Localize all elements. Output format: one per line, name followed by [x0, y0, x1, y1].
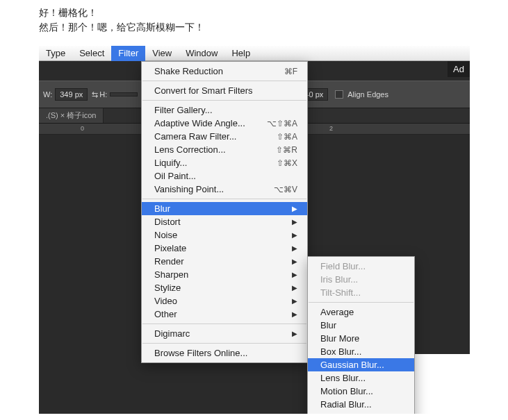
menu-help[interactable]: Help	[224, 46, 257, 61]
menu-item-adaptive-wide-angle[interactable]: Adaptive Wide Angle... ⌥⇧⌘A	[142, 117, 307, 130]
menu-filter[interactable]: Filter	[111, 46, 145, 61]
submenu-arrow-icon: ▶	[292, 310, 297, 318]
caption-line-1: 好！栅格化！	[39, 6, 500, 20]
menu-item-camera-raw[interactable]: Camera Raw Filter... ⇧⌘A	[142, 130, 307, 143]
menu-separator	[142, 199, 306, 199]
photoshop-window: Ad W: 349 px ⇆ H: adius: 40 px Align Edg…	[39, 46, 470, 414]
menu-item-gaussian-blur[interactable]: Gaussian Blur...	[308, 358, 414, 371]
menu-separator	[142, 81, 306, 81]
menu-item-shape-blur[interactable]: Shape Blur...	[308, 411, 414, 414]
menu-view[interactable]: View	[145, 46, 179, 61]
menu-item-oil-paint[interactable]: Oil Paint...	[142, 169, 307, 183]
blur-submenu: Field Blur... Iris Blur... Tilt-Shift...…	[307, 256, 415, 414]
menu-item-digimarc[interactable]: Digimarc ▶	[142, 327, 307, 340]
menu-item-box-blur[interactable]: Box Blur...	[308, 345, 414, 358]
submenu-arrow-icon: ▶	[292, 205, 297, 212]
menu-select[interactable]: Select	[72, 46, 111, 61]
menu-item-render[interactable]: Render ▶	[142, 255, 307, 268]
menu-window[interactable]: Window	[179, 46, 224, 61]
swap-icon[interactable]: ⇆	[92, 90, 98, 99]
document-tab[interactable]: .(S) × 椅子icon	[39, 108, 104, 123]
menu-item-other[interactable]: Other ▶	[142, 308, 307, 321]
caption-line-2: 然后！那个！嗯，给它高斯模糊一下！	[39, 20, 500, 35]
menu-item-motion-blur[interactable]: Motion Blur...	[308, 385, 414, 398]
menu-item-sharpen[interactable]: Sharpen ▶	[142, 268, 307, 281]
menu-item-video[interactable]: Video ▶	[142, 294, 307, 308]
menu-item-browse-filters[interactable]: Browse Filters Online...	[142, 346, 307, 360]
instruction-caption: 好！栅格化！ 然后！那个！嗯，给它高斯模糊一下！	[0, 0, 508, 36]
menu-separator	[142, 100, 306, 101]
menu-separator	[142, 324, 306, 324]
height-label: H:	[99, 90, 107, 99]
submenu-arrow-icon: ▶	[292, 297, 297, 305]
menu-item-lens-blur[interactable]: Lens Blur...	[308, 371, 414, 385]
menu-item-blur[interactable]: Blur ▶	[142, 202, 307, 215]
menu-bar: Type Select Filter View Window Help	[39, 46, 470, 61]
align-edges-checkbox[interactable]	[335, 90, 343, 99]
submenu-arrow-icon: ▶	[292, 271, 297, 278]
menu-item-liquify[interactable]: Liquify... ⇧⌘X	[142, 156, 307, 169]
submenu-arrow-icon: ▶	[292, 258, 297, 265]
top-right-label: Ad	[448, 61, 470, 77]
menu-item-convert-smart[interactable]: Convert for Smart Filters	[142, 84, 307, 97]
menu-item-vanishing-point[interactable]: Vanishing Point... ⌥⌘V	[142, 183, 307, 196]
submenu-arrow-icon: ▶	[292, 244, 297, 252]
menu-item-average[interactable]: Average	[308, 305, 414, 319]
submenu-arrow-icon: ▶	[292, 330, 297, 337]
menu-item-shake-reduction[interactable]: Shake Reduction ⌘F	[142, 65, 307, 78]
ruler-mark-2: 2	[329, 125, 333, 132]
width-field[interactable]: 349 px	[55, 88, 88, 101]
menu-item-radial-blur[interactable]: Radial Blur...	[308, 398, 414, 411]
menu-item-lens-correction[interactable]: Lens Correction... ⇧⌘R	[142, 143, 307, 156]
ruler-mark-0: 0	[81, 125, 84, 132]
submenu-arrow-icon: ▶	[292, 284, 297, 292]
menu-item-blur[interactable]: Blur	[308, 319, 414, 332]
menu-type[interactable]: Type	[39, 46, 72, 61]
width-label: W:	[43, 90, 52, 99]
menu-item-field-blur[interactable]: Field Blur...	[308, 260, 414, 273]
menu-item-filter-gallery[interactable]: Filter Gallery...	[142, 103, 307, 117]
align-edges-label: Align Edges	[347, 90, 388, 99]
menu-separator	[142, 343, 306, 344]
filter-menu-dropdown: Shake Reduction ⌘F Convert for Smart Fil…	[141, 61, 308, 363]
menu-item-tilt-shift[interactable]: Tilt-Shift...	[308, 286, 414, 299]
submenu-arrow-icon: ▶	[292, 231, 297, 239]
menu-item-pixelate[interactable]: Pixelate ▶	[142, 242, 307, 255]
height-field[interactable]	[110, 92, 138, 96]
menu-item-distort[interactable]: Distort ▶	[142, 215, 307, 228]
menu-item-stylize[interactable]: Stylize ▶	[142, 281, 307, 294]
menu-separator	[309, 302, 413, 303]
menu-item-iris-blur[interactable]: Iris Blur...	[308, 273, 414, 286]
menu-item-blur-more[interactable]: Blur More	[308, 332, 414, 345]
menu-item-noise[interactable]: Noise ▶	[142, 228, 307, 242]
submenu-arrow-icon: ▶	[292, 218, 297, 226]
